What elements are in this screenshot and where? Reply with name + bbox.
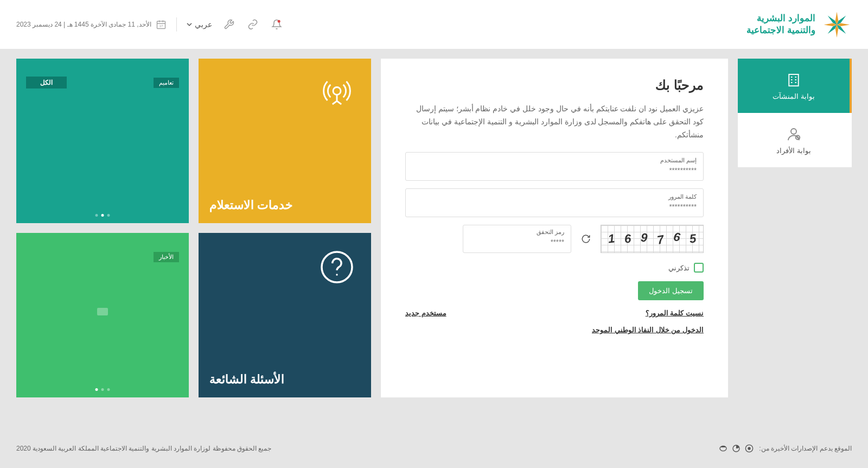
chrome-icon — [745, 444, 754, 453]
logo-text-line1: الموارد البشرية — [746, 12, 815, 24]
tile-news[interactable]: الأخبار — [16, 233, 189, 397]
footer: الموقع يدعم الإصدارات الأخيرة من: جميع ا… — [0, 429, 868, 468]
placeholder-icon — [97, 308, 108, 315]
login-button[interactable]: تسجيل الدخول — [638, 281, 704, 300]
all-chip[interactable]: الكل — [26, 77, 67, 88]
forgot-password-link[interactable]: نسيت كلمة المرور؟ — [646, 309, 704, 317]
building-icon — [786, 72, 802, 88]
settings-icon[interactable] — [222, 17, 236, 31]
news-badge: الأخبار — [154, 252, 179, 262]
password-field-group[interactable]: كلمة المرور — [405, 188, 704, 217]
svg-point-15 — [333, 87, 341, 95]
tile-circulars[interactable]: تعاميم الكل — [16, 59, 189, 223]
date-display: 17 الأحد, 11 جمادى الآخرة 1445 هـ | 24 د… — [16, 19, 167, 30]
header: الموارد البشرية والتنمية الاجتماعية عربي… — [0, 0, 868, 49]
circulars-badge: تعاميم — [154, 78, 179, 88]
language-label: عربي — [195, 20, 212, 29]
username-label: إسم المستخدم — [412, 157, 697, 164]
logo-star-icon — [822, 10, 852, 40]
captcha-input[interactable] — [470, 238, 564, 246]
captcha-image: 5 6 7 9 6 1 — [601, 225, 704, 253]
password-label: كلمة المرور — [412, 193, 697, 200]
username-field-group[interactable]: إسم المستخدم — [405, 152, 704, 181]
svg-point-0 — [277, 20, 280, 23]
date-text: الأحد, 11 جمادى الآخرة 1445 هـ | 24 ديسم… — [16, 21, 151, 28]
tile-faq-title: الأسئلة الشائعة — [209, 372, 284, 387]
sidebar: بوابة المنشآت بوابة الأفراد — [738, 59, 852, 397]
tiles-grid: خدمات الاستعلام تعاميم الكل الأسئلة الشا… — [16, 59, 371, 397]
calendar-icon: 17 — [156, 19, 167, 30]
carousel-dots[interactable] — [95, 214, 110, 217]
remember-label: تذكرني — [668, 264, 690, 272]
login-description: عزيزي العميل نود ان نلفت عنايتكم بأنه في… — [405, 103, 704, 141]
tab-establishments[interactable]: بوابة المنشآت — [738, 59, 852, 113]
login-title: مرحبًا بك — [405, 78, 704, 93]
new-user-link[interactable]: مستخدم جديد — [405, 309, 446, 317]
svg-point-17 — [336, 274, 338, 276]
carousel-dots-news[interactable] — [95, 388, 110, 391]
browsers-support-label: الموقع يدعم الإصدارات الأخيرة من: — [759, 445, 852, 452]
chevron-down-icon — [187, 22, 192, 27]
captcha-refresh-button[interactable] — [578, 225, 594, 253]
svg-point-16 — [322, 252, 352, 282]
notifications-icon[interactable] — [270, 17, 284, 31]
logo[interactable]: الموارد البشرية والتنمية الاجتماعية — [746, 10, 852, 40]
sso-login-link[interactable]: الدخول من خلال النفاذ الوطني الموحد — [592, 326, 704, 334]
tab-individuals-label: بوابة الأفراد — [776, 147, 811, 155]
remember-checkbox[interactable] — [694, 263, 704, 273]
question-icon — [318, 248, 356, 286]
logo-text-line2: والتنمية الاجتماعية — [746, 24, 815, 36]
captcha-label: رمز التحقق — [470, 229, 564, 236]
copyright-text: جميع الحقوق محفوظة لوزارة الموارد البشري… — [16, 445, 271, 452]
password-input[interactable] — [412, 203, 697, 211]
svg-rect-6 — [789, 74, 799, 86]
tile-faq[interactable]: الأسئلة الشائعة — [199, 233, 371, 397]
link-icon[interactable] — [246, 17, 260, 31]
person-icon — [786, 126, 802, 142]
language-selector[interactable]: عربي — [187, 20, 212, 29]
username-input[interactable] — [412, 166, 697, 174]
tab-establishments-label: بوابة المنشآت — [773, 92, 815, 100]
tab-individuals[interactable]: بوابة الأفراد — [738, 113, 852, 167]
login-card: مرحبًا بك عزيزي العميل نود ان نلفت عنايت… — [381, 59, 728, 397]
refresh-icon — [581, 234, 591, 244]
ie-icon — [719, 444, 727, 453]
svg-point-19 — [748, 447, 751, 450]
svg-text:17: 17 — [159, 24, 162, 28]
captcha-field-group[interactable]: رمز التحقق — [463, 225, 571, 253]
tile-inquiry-services[interactable]: خدمات الاستعلام — [199, 59, 371, 223]
firefox-icon — [732, 444, 741, 453]
broadcast-icon — [318, 74, 356, 112]
svg-point-13 — [791, 129, 796, 134]
tile-inquiry-title: خدمات الاستعلام — [209, 198, 293, 212]
